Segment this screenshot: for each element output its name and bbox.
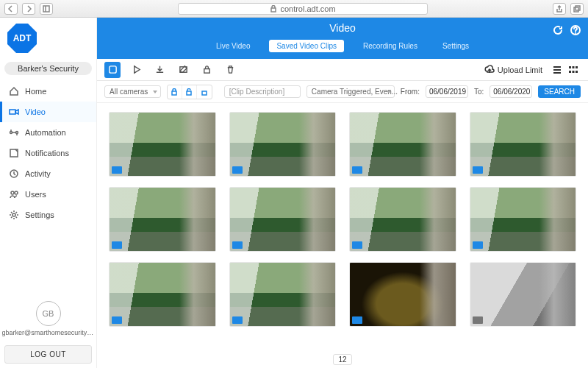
clip-thumbnail[interactable] bbox=[349, 262, 456, 327]
svg-rect-13 bbox=[109, 66, 115, 73]
video-icon bbox=[9, 107, 19, 117]
svg-rect-22 bbox=[172, 91, 176, 95]
refresh-button[interactable] bbox=[553, 25, 563, 37]
svg-rect-0 bbox=[43, 6, 49, 12]
share-button[interactable] bbox=[553, 3, 566, 15]
account-selector[interactable]: Barker's Security bbox=[4, 62, 92, 75]
clip-source-badge bbox=[352, 316, 362, 324]
page-number[interactable]: 12 bbox=[333, 354, 351, 365]
tab-recording-rules[interactable]: Recording Rules bbox=[357, 40, 423, 52]
sidebar-item-label: Settings bbox=[25, 210, 54, 219]
sidebar-toggle-button[interactable] bbox=[40, 3, 53, 15]
header-tabs: Live Video Saved Video Clips Recording R… bbox=[210, 40, 475, 52]
settings-icon bbox=[9, 210, 19, 220]
list-view-button[interactable] bbox=[550, 64, 564, 76]
pagination: 12 bbox=[97, 350, 588, 368]
download-button[interactable] bbox=[151, 62, 168, 78]
from-label: From: bbox=[401, 88, 420, 96]
sidebar-item-video[interactable]: Video bbox=[0, 102, 96, 122]
browser-url: control.adt.com bbox=[280, 4, 335, 13]
sidebar-item-notifications[interactable]: Notifications bbox=[0, 143, 96, 163]
protection-filter bbox=[167, 85, 212, 99]
user-block: GB gbarker@smarthomesecuritycontrol bbox=[0, 297, 96, 341]
adt-logo-icon: ADT bbox=[7, 24, 37, 53]
camera-filter-dropdown[interactable]: All cameras bbox=[104, 85, 161, 98]
clip-source-badge bbox=[112, 166, 122, 174]
play-button[interactable] bbox=[128, 62, 144, 78]
grid-view-button[interactable] bbox=[566, 64, 581, 76]
sidebar-item-label: Activity bbox=[25, 169, 51, 178]
upload-limit-button[interactable]: Upload Limit bbox=[484, 65, 542, 75]
search-button[interactable]: SEARCH bbox=[538, 85, 581, 98]
upload-limit-label: Upload Limit bbox=[498, 66, 542, 74]
select-all-button[interactable] bbox=[104, 62, 121, 78]
nav-back-button[interactable] bbox=[4, 3, 18, 15]
clip-source-badge bbox=[352, 241, 362, 249]
user-email: gbarker@smarthomesecuritycontrol bbox=[2, 329, 95, 336]
svg-rect-17 bbox=[573, 66, 575, 68]
browser-address-bar[interactable]: control.adt.com bbox=[178, 3, 428, 15]
filter-unlocked-button[interactable] bbox=[182, 85, 197, 99]
clip-source-badge bbox=[112, 316, 122, 324]
home-icon bbox=[9, 86, 19, 96]
avatar[interactable]: GB bbox=[36, 301, 61, 326]
svg-rect-18 bbox=[576, 66, 578, 68]
clip-thumbnail[interactable] bbox=[229, 262, 337, 327]
svg-rect-15 bbox=[204, 69, 209, 74]
clip-source-badge bbox=[473, 241, 483, 249]
description-filter-input[interactable]: [Clip Description] bbox=[224, 85, 301, 98]
clip-thumbnail[interactable] bbox=[470, 187, 577, 252]
tab-live-video[interactable]: Live Video bbox=[210, 40, 257, 52]
svg-rect-1 bbox=[271, 8, 276, 12]
sidebar-item-activity[interactable]: Activity bbox=[0, 163, 96, 184]
clip-thumbnail[interactable] bbox=[229, 187, 337, 252]
notifications-icon bbox=[9, 148, 19, 158]
clip-thumbnail[interactable] bbox=[109, 187, 216, 252]
clip-thumbnail[interactable] bbox=[470, 262, 577, 327]
from-date-input[interactable]: 06/06/2019 bbox=[426, 85, 468, 98]
rename-button[interactable] bbox=[175, 62, 191, 78]
lock-icon bbox=[270, 5, 277, 13]
clip-thumbnail[interactable] bbox=[349, 187, 456, 252]
to-date-input[interactable]: 06/06/2020 bbox=[490, 85, 532, 98]
clip-source-badge bbox=[232, 316, 243, 324]
tab-saved-clips[interactable]: Saved Video Clips bbox=[269, 40, 344, 52]
clip-thumbnail[interactable] bbox=[109, 262, 216, 327]
svg-point-11 bbox=[12, 213, 15, 216]
tab-settings[interactable]: Settings bbox=[437, 40, 475, 52]
svg-point-6 bbox=[16, 132, 18, 134]
browser-chrome: control.adt.com bbox=[0, 0, 588, 18]
svg-rect-16 bbox=[569, 66, 571, 68]
sidebar-item-label: Home bbox=[25, 87, 46, 96]
sidebar-item-automation[interactable]: Automation bbox=[0, 122, 96, 143]
clip-thumbnail[interactable] bbox=[470, 112, 577, 177]
sidebar-item-label: Automation bbox=[25, 128, 66, 137]
svg-rect-2 bbox=[574, 7, 578, 12]
clip-thumbnail[interactable] bbox=[109, 112, 216, 177]
clip-thumbnail[interactable] bbox=[229, 112, 337, 177]
svg-rect-4 bbox=[10, 110, 15, 114]
clip-thumbnail[interactable] bbox=[349, 112, 456, 177]
svg-rect-23 bbox=[187, 91, 191, 95]
tabs-button[interactable] bbox=[570, 3, 584, 15]
sidebar-item-home[interactable]: Home bbox=[0, 81, 96, 102]
clip-source-badge bbox=[232, 241, 243, 249]
sidebar-item-settings[interactable]: Settings bbox=[0, 205, 96, 225]
logout-button[interactable]: LOG OUT bbox=[4, 345, 92, 364]
page-header: Video Live Video Saved Video Clips Recor… bbox=[97, 18, 588, 59]
filter-all-lock-button[interactable] bbox=[197, 85, 212, 99]
nav-forward-button[interactable] bbox=[22, 3, 35, 15]
users-icon bbox=[9, 189, 19, 199]
clip-source-badge bbox=[473, 316, 483, 324]
help-button[interactable] bbox=[570, 25, 581, 37]
filter-locked-button[interactable] bbox=[168, 85, 182, 99]
svg-point-5 bbox=[10, 132, 12, 134]
trigger-filter-dropdown[interactable]: Camera Triggered, Even... bbox=[306, 85, 395, 98]
delete-button[interactable] bbox=[222, 62, 238, 78]
filter-bar: All cameras [Clip Description] Camera Tr… bbox=[97, 81, 588, 103]
clip-source-badge bbox=[112, 241, 122, 249]
svg-rect-3 bbox=[576, 6, 580, 10]
svg-point-10 bbox=[15, 191, 18, 194]
sidebar-item-users[interactable]: Users bbox=[0, 184, 96, 205]
protect-button[interactable] bbox=[198, 62, 215, 78]
